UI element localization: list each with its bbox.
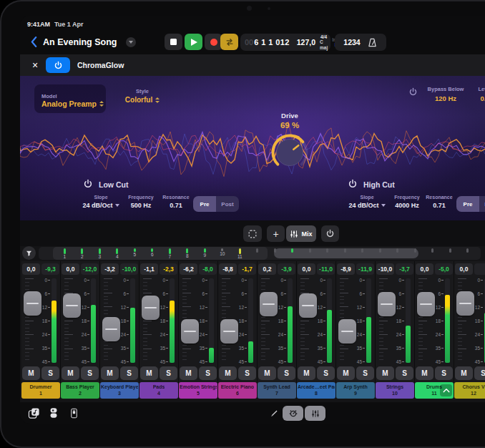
solo-button[interactable]: S bbox=[120, 366, 138, 380]
mute-button[interactable]: M bbox=[219, 366, 237, 380]
peak-db-value[interactable]: -2,3 bbox=[160, 263, 177, 275]
solo-button[interactable]: S bbox=[396, 366, 413, 380]
play-button[interactable] bbox=[185, 34, 202, 50]
track-name-bar[interactable]: Synth Lead 7 bbox=[258, 382, 296, 399]
low-cut-slope[interactable]: Slope 24 dB/Oct bbox=[80, 195, 122, 209]
peak-db-value[interactable]: -1,7 bbox=[238, 263, 256, 275]
peak-db-value[interactable] bbox=[474, 263, 485, 275]
mute-button[interactable]: M bbox=[101, 366, 119, 380]
fader-handle[interactable] bbox=[299, 293, 317, 318]
add-track-button[interactable]: + bbox=[267, 225, 285, 242]
pre-button[interactable]: Pre bbox=[456, 196, 479, 212]
peak-db-value[interactable]: -11,9 bbox=[356, 263, 374, 275]
low-cut-frequency[interactable]: Frequency 500 Hz bbox=[122, 195, 160, 209]
browser-icon[interactable] bbox=[46, 406, 61, 419]
overview-track-meter[interactable] bbox=[319, 247, 337, 260]
track-name-bar[interactable]: Drummer 1 bbox=[21, 382, 60, 399]
fader-db-value[interactable]: -3,2 bbox=[101, 263, 119, 275]
model-selector[interactable]: Model Analog Preamp bbox=[34, 84, 106, 113]
bypass-below-control[interactable]: Bypass Below 120 Hz bbox=[425, 86, 466, 102]
fader-handle[interactable] bbox=[417, 292, 435, 316]
overview-track-meter[interactable] bbox=[406, 247, 424, 260]
level-control[interactable]: Level 0.0 bbox=[471, 86, 485, 102]
peak-db-value[interactable]: -11,0 bbox=[317, 263, 335, 275]
fader-handle[interactable] bbox=[24, 291, 41, 316]
fader-db-value[interactable]: -10,0 bbox=[376, 263, 394, 275]
overview-track-meter[interactable]: 5 bbox=[126, 247, 144, 260]
post-button[interactable]: Post bbox=[216, 196, 239, 212]
solo-button[interactable]: S bbox=[356, 366, 374, 380]
fader-db-value[interactable]: 0,0 bbox=[62, 263, 79, 275]
fader-db-value[interactable]: -8,9 bbox=[337, 263, 355, 275]
mute-button[interactable]: M bbox=[298, 366, 315, 380]
marquee-select-button[interactable] bbox=[243, 225, 262, 242]
drive-knob[interactable] bbox=[270, 132, 310, 172]
solo-button[interactable]: S bbox=[81, 366, 99, 380]
back-button[interactable] bbox=[27, 36, 40, 50]
peak-db-value[interactable]: -3,9 bbox=[278, 263, 295, 275]
fader-db-value[interactable]: 0,0 bbox=[22, 263, 40, 275]
post-button[interactable]: Post bbox=[479, 196, 485, 212]
mute-button[interactable]: M bbox=[337, 366, 355, 380]
overview-track-meter[interactable]: 2 bbox=[74, 247, 92, 260]
mute-button[interactable]: M bbox=[140, 366, 158, 380]
fader-db-value[interactable]: 0,0 bbox=[416, 263, 433, 275]
low-cut-resonance[interactable]: Resonance 0.71 bbox=[160, 195, 192, 209]
mute-button[interactable]: M bbox=[22, 366, 40, 380]
mute-button[interactable]: M bbox=[180, 366, 197, 380]
high-cut-resonance[interactable]: Resonance 0.71 bbox=[423, 195, 455, 209]
song-title[interactable]: An Evening Song bbox=[43, 37, 117, 47]
overview-track-meter[interactable] bbox=[266, 247, 284, 260]
peak-db-value[interactable]: -3,7 bbox=[396, 263, 413, 275]
high-cut-frequency[interactable]: Frequency 4000 Hz bbox=[388, 195, 426, 209]
overview-strip[interactable]: 1234567891011 bbox=[39, 247, 481, 260]
solo-button[interactable]: S bbox=[278, 366, 295, 380]
overview-track-meter[interactable] bbox=[336, 247, 354, 260]
fader-handle[interactable] bbox=[378, 292, 396, 316]
style-selector[interactable]: Style Colorful bbox=[114, 84, 170, 113]
track-name-bar[interactable]: Drums 11 bbox=[415, 382, 454, 399]
overview-track-meter[interactable] bbox=[389, 247, 407, 260]
overview-track-meter[interactable]: 9 bbox=[196, 247, 214, 260]
overview-track-meter[interactable] bbox=[441, 247, 459, 260]
fader-handle[interactable] bbox=[220, 319, 238, 344]
fader-db-value[interactable]: -1,1 bbox=[140, 263, 158, 275]
overview-track-meter[interactable]: 8 bbox=[179, 247, 197, 260]
fader-handle[interactable] bbox=[181, 319, 199, 344]
mixer-power-button[interactable] bbox=[321, 225, 339, 242]
mix-view-button[interactable]: Mix bbox=[286, 225, 316, 242]
pre-button[interactable]: Pre bbox=[193, 196, 216, 212]
overview-track-meter[interactable]: 4 bbox=[109, 247, 127, 260]
track-name-bar[interactable]: Pads 4 bbox=[139, 382, 178, 399]
track-name-bar[interactable]: Bass Player 2 bbox=[61, 382, 99, 399]
collapse-track-button[interactable] bbox=[440, 384, 452, 396]
mixer-view-button[interactable] bbox=[305, 406, 325, 421]
filter-tracks-button[interactable] bbox=[22, 246, 36, 260]
peak-db-value[interactable]: -12,0 bbox=[81, 263, 99, 275]
peak-db-value[interactable]: -8,0 bbox=[199, 263, 217, 275]
stop-button[interactable] bbox=[165, 34, 182, 50]
overview-track-meter[interactable] bbox=[371, 247, 389, 260]
metronome-icon[interactable] bbox=[367, 38, 378, 47]
mute-button[interactable]: M bbox=[376, 366, 394, 380]
loop-library-icon[interactable] bbox=[26, 406, 41, 419]
fader-handle[interactable] bbox=[63, 293, 81, 318]
fader-db-value[interactable]: 0,0 bbox=[455, 263, 473, 275]
close-plugin-button[interactable]: × bbox=[29, 59, 41, 72]
overview-track-meter[interactable] bbox=[301, 247, 319, 260]
fader-db-value[interactable]: -8,8 bbox=[219, 263, 237, 275]
cycle-button[interactable] bbox=[220, 34, 238, 50]
plugin-device-icon[interactable] bbox=[67, 406, 81, 419]
track-name-bar[interactable]: Keyboard Player 3 bbox=[100, 382, 139, 399]
low-cut-power-button[interactable] bbox=[83, 179, 93, 191]
track-name-bar[interactable]: Strings 10 bbox=[376, 382, 414, 399]
edit-pencil-icon[interactable] bbox=[268, 406, 282, 419]
fader-db-value[interactable]: 0,2 bbox=[258, 263, 276, 275]
bypass-power-button[interactable] bbox=[408, 87, 418, 99]
peak-db-value[interactable]: -10,0 bbox=[120, 263, 138, 275]
mute-button[interactable]: M bbox=[416, 366, 433, 380]
lcd-display[interactable]: 00 6 1 1 012 127,0 4/4 C maj InOut MIDI bbox=[240, 34, 330, 51]
plugin-power-button[interactable] bbox=[46, 57, 70, 73]
fader-db-value[interactable]: -6,2 bbox=[180, 263, 197, 275]
high-cut-slope[interactable]: Slope 24 dB/Oct bbox=[346, 195, 388, 209]
